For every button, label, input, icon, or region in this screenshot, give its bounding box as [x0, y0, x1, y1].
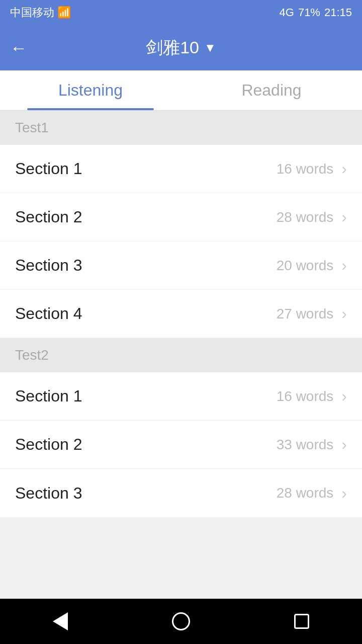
- dropdown-icon[interactable]: ▼: [204, 41, 216, 55]
- item-words-t1s4: 27 words: [277, 306, 334, 322]
- carrier-info: 中国移动 📶: [10, 5, 71, 20]
- item-words-t2s1: 16 words: [277, 388, 334, 405]
- content-area: Test1Section 116 words›Section 228 words…: [0, 111, 362, 599]
- item-words-t1s3: 20 words: [277, 258, 334, 274]
- item-words-t1s1: 16 words: [277, 161, 334, 177]
- list-item-t1s4[interactable]: Section 427 words›: [0, 290, 362, 338]
- back-nav-button[interactable]: [45, 606, 75, 636]
- group-header-test1: Test1: [0, 111, 362, 145]
- item-words-t2s3: 28 words: [277, 485, 334, 501]
- back-triangle-icon: [53, 612, 68, 630]
- item-right-t1s2: 28 words›: [277, 208, 347, 226]
- time-display: 21:15: [324, 6, 352, 19]
- back-button[interactable]: ←: [10, 38, 27, 58]
- status-right: 4G 71% 21:15: [280, 6, 352, 19]
- item-label-t2s2: Section 2: [15, 435, 82, 454]
- item-right-t1s1: 16 words›: [277, 159, 347, 178]
- bottom-navigation: [0, 599, 362, 644]
- chevron-icon-t1s3: ›: [341, 256, 347, 275]
- list-item-t2s2[interactable]: Section 233 words›: [0, 421, 362, 469]
- item-label-t2s1: Section 1: [15, 387, 82, 406]
- item-label-t2s3: Section 3: [15, 484, 82, 503]
- list-item-t2s1[interactable]: Section 116 words›: [0, 372, 362, 421]
- item-label-t1s1: Section 1: [15, 159, 82, 178]
- title-text: 剑雅10: [146, 36, 199, 59]
- list-item-t1s3[interactable]: Section 320 words›: [0, 242, 362, 290]
- chevron-icon-t1s2: ›: [341, 208, 347, 226]
- item-label-t1s3: Section 3: [15, 256, 82, 275]
- sim-icon: 📶: [57, 6, 71, 19]
- recents-square-icon: [294, 614, 309, 629]
- home-nav-button[interactable]: [166, 606, 196, 636]
- group-header-test2: Test2: [0, 338, 362, 372]
- item-right-t2s3: 28 words›: [277, 484, 347, 503]
- item-right-t1s3: 20 words›: [277, 256, 347, 275]
- item-words-t1s2: 28 words: [277, 209, 334, 225]
- list-item-t1s2[interactable]: Section 228 words›: [0, 193, 362, 242]
- header-title: 剑雅10 ▼: [146, 36, 216, 59]
- signal-type: 4G: [280, 6, 294, 19]
- chevron-icon-t1s4: ›: [341, 304, 347, 323]
- chevron-icon-t2s3: ›: [341, 484, 347, 503]
- item-words-t2s2: 33 words: [277, 437, 334, 453]
- tab-reading[interactable]: Reading: [181, 70, 362, 110]
- item-label-t1s4: Section 4: [15, 304, 82, 323]
- status-bar: 中国移动 📶 4G 71% 21:15: [0, 0, 362, 25]
- list-item-t2s3[interactable]: Section 328 words›: [0, 469, 362, 517]
- carrier-label: 中国移动: [10, 5, 54, 20]
- recents-nav-button[interactable]: [287, 606, 317, 636]
- tab-bar: Listening Reading: [0, 70, 362, 111]
- tab-listening[interactable]: Listening: [0, 70, 181, 110]
- home-circle-icon: [172, 612, 190, 630]
- item-right-t1s4: 27 words›: [277, 304, 347, 323]
- list-item-t1s1[interactable]: Section 116 words›: [0, 145, 362, 193]
- chevron-icon-t2s1: ›: [341, 387, 347, 406]
- item-right-t2s1: 16 words›: [277, 387, 347, 406]
- app-header: ← 剑雅10 ▼: [0, 25, 362, 70]
- item-label-t1s2: Section 2: [15, 208, 82, 226]
- battery-level: 71%: [298, 6, 320, 19]
- chevron-icon-t2s2: ›: [341, 435, 347, 454]
- item-right-t2s2: 33 words›: [277, 435, 347, 454]
- chevron-icon-t1s1: ›: [341, 159, 347, 178]
